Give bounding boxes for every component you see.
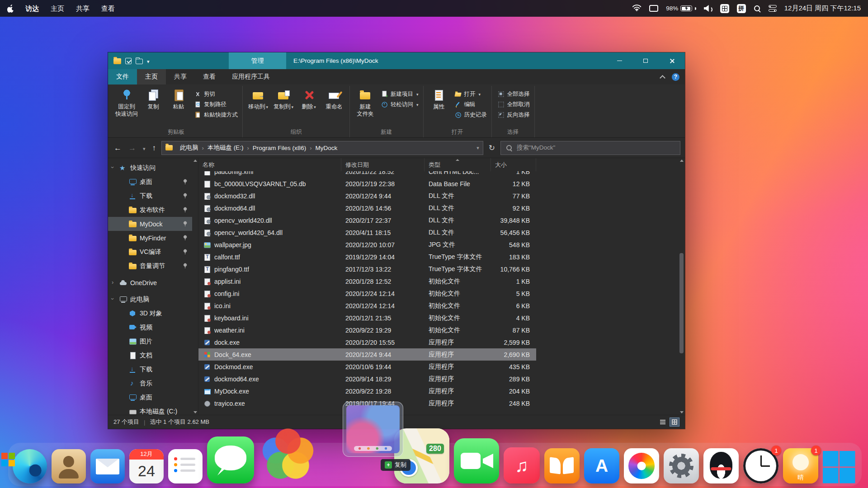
sidebar-scroll-up-icon[interactable] — [193, 160, 197, 162]
qat-properties-icon[interactable] — [125, 58, 132, 64]
dock-books[interactable] — [544, 448, 580, 483]
sidebar-item-音量调节[interactable]: 音量调节 — [108, 259, 192, 273]
sidebar-item-发布软件[interactable]: 发布软件 — [108, 203, 192, 217]
ribbon-button[interactable]: 轻松访问▾ — [379, 100, 420, 109]
column-header-名称[interactable]: 名称 — [198, 158, 341, 171]
forward-button[interactable] — [127, 143, 137, 153]
up-button[interactable] — [151, 143, 158, 153]
dock-edge[interactable] — [13, 449, 47, 483]
dock-facetime[interactable] — [454, 438, 499, 483]
dock-messages[interactable] — [207, 436, 254, 483]
dock-photos[interactable] — [624, 448, 659, 483]
menu-1[interactable]: 访达 — [19, 5, 45, 12]
apple-logo-icon[interactable] — [7, 4, 15, 13]
ribbon-button[interactable]: 剪切 — [193, 90, 239, 99]
file-row-Dockmod.exe[interactable]: Dockmod.exe2020/10/6 19:44应用程序435 KB — [198, 361, 536, 373]
ribbon-tab[interactable]: 共享 — [166, 69, 195, 84]
title-bar[interactable]: 管理 E:\Program Files (x86)\MyDock — [108, 52, 685, 69]
file-row-Dock_64.exe[interactable]: Dock_64.exe2020/12/24 9:44应用程序2,690 KB — [198, 348, 536, 361]
ribbon-tab[interactable]: 文件 — [108, 69, 137, 84]
recent-locations-chevron-icon[interactable] — [142, 143, 147, 153]
search-box[interactable]: 搜索"MyDock" — [500, 141, 680, 155]
file-row-calfont.ttf[interactable]: calfont.ttf2019/12/29 14:04TrueType 字体文件… — [198, 251, 536, 263]
dock-windows[interactable] — [823, 451, 855, 483]
sidebar-item-下载[interactable]: 下载 — [108, 362, 192, 376]
ribbon-tab[interactable]: 应用程序工具 — [224, 69, 278, 84]
file-row-opencv_world420_64.dll[interactable]: opencv_world420_64.dll2020/4/11 18:15DLL… — [198, 226, 536, 239]
ribbon-button[interactable]: 历史记录 — [453, 111, 488, 119]
ribbon-button[interactable]: 复制路径 — [193, 100, 239, 109]
collapse-ribbon-icon[interactable] — [660, 75, 665, 81]
dock-calendar[interactable]: 12月24 — [129, 449, 164, 483]
sidebar-item-文档[interactable]: 文档 — [108, 348, 192, 362]
sidebar-item-桌面[interactable]: 桌面 — [108, 175, 192, 189]
wifi-icon[interactable] — [632, 4, 642, 13]
list-scroll-thumb[interactable] — [679, 253, 684, 353]
expander-chevron-icon[interactable] — [112, 279, 116, 286]
dock-weather[interactable]: 晴1 — [783, 448, 818, 483]
file-row-dockmod32.dll[interactable]: dockmod32.dll2020/12/24 9:44DLL 文件77 KB — [198, 190, 536, 202]
dock-mail[interactable] — [90, 449, 125, 483]
sidebar-item-下载[interactable]: 下载 — [108, 189, 192, 203]
sidebar-scrollbar[interactable] — [192, 158, 198, 415]
close-button[interactable] — [659, 52, 685, 69]
minimize-button[interactable] — [606, 52, 632, 69]
volume-icon[interactable] — [704, 5, 712, 12]
file-row-dockmod64.exe[interactable]: dockmod64.exe2020/9/14 18:29应用程序289 KB — [198, 373, 536, 385]
dock-music[interactable]: ♫ — [504, 447, 540, 483]
ribbon-button[interactable]: 粘贴 — [166, 86, 191, 128]
start-button[interactable] — [1, 453, 15, 466]
file-row-dock.exe[interactable]: dock.exe2020/12/20 15:55应用程序2,599 KB — [198, 336, 536, 348]
file-row-wallpaper.jpg[interactable]: wallpaper.jpg2020/12/20 10:07JPG 文件548 K… — [198, 239, 536, 251]
breadcrumb-item[interactable]: Program Files (x86) — [249, 145, 310, 151]
list-scroll-up-icon[interactable] — [680, 160, 684, 162]
file-row-bc_00000LVSQV3ARNLT_05.db[interactable]: bc_00000LVSQV3ARNLT_05.db2020/12/19 22:3… — [198, 178, 536, 190]
column-header-大小[interactable]: 大小 — [491, 158, 536, 171]
back-button[interactable] — [113, 143, 123, 153]
ribbon-button[interactable]: 新建 文件夹 — [353, 86, 377, 128]
menu-2[interactable]: 主页 — [45, 5, 70, 12]
breadcrumb-item[interactable]: 本地磁盘 (E:) — [204, 144, 247, 152]
sidebar-scroll-down-icon[interactable] — [193, 411, 197, 413]
file-row-MyDock.exe[interactable]: MyDock.exe2020/9/22 19:28应用程序204 KB — [198, 385, 536, 397]
sidebar-item-视频[interactable]: 视频 — [108, 320, 192, 334]
dock-contacts[interactable] — [52, 449, 86, 483]
ribbon-button[interactable]: 重命名 — [322, 86, 346, 128]
file-row-weather.ini[interactable]: weather.ini2020/9/22 19:29初始化文件87 KB — [198, 324, 536, 336]
file-row-opencv_world420.dll[interactable]: opencv_world420.dll2020/2/17 22:37DLL 文件… — [198, 214, 536, 226]
sidebar-section-快速访问[interactable]: 快速访问 — [108, 161, 192, 175]
ribbon-button[interactable]: 复制 — [141, 86, 165, 128]
maximize-button[interactable] — [632, 52, 659, 69]
column-header-修改日期[interactable]: 修改日期 — [341, 158, 425, 171]
qat-newfolder-icon[interactable] — [136, 59, 143, 64]
sidebar-item-MyFinder[interactable]: MyFinder — [108, 231, 192, 245]
dock-appstore[interactable]: A — [584, 448, 619, 483]
ribbon-button[interactable]: 删除▾ — [297, 86, 321, 128]
sidebar-item-VC编译[interactable]: VC编译 — [108, 245, 192, 259]
dock-reminders[interactable] — [168, 449, 203, 483]
address-dropdown-chevron-icon[interactable] — [476, 145, 479, 151]
sidebar-item-音乐[interactable]: 音乐 — [108, 376, 192, 390]
dock-settings[interactable] — [664, 448, 699, 483]
list-scroll-down-icon[interactable] — [680, 411, 684, 413]
display-icon[interactable] — [649, 5, 658, 12]
ribbon-button[interactable]: 打开▾ — [453, 90, 488, 99]
ribbon-button[interactable]: 全部选择 — [496, 90, 531, 99]
address-bar[interactable]: 此电脑›本地磁盘 (E:)›Program Files (x86)›MyDock — [161, 141, 483, 155]
file-row-keyboard.ini[interactable]: keyboard.ini2020/12/1 21:35初始化文件4 KB — [198, 312, 536, 324]
input-source-icon[interactable] — [720, 4, 729, 13]
file-row-pingfang0.ttf[interactable]: pingfang0.ttf2017/12/3 13:22TrueType 字体文… — [198, 263, 536, 275]
dock-qq[interactable] — [703, 448, 739, 483]
control-center-icon[interactable] — [769, 5, 777, 12]
file-row-dockmod64.dll[interactable]: dockmod64.dll2020/12/6 14:56DLL 文件92 KB — [198, 202, 536, 214]
menu-3[interactable]: 共享 — [70, 5, 95, 12]
pinyin-ime-icon[interactable]: 拼 — [737, 4, 746, 13]
ribbon-button[interactable]: 编辑 — [453, 100, 488, 109]
ribbon-button[interactable]: 复制到▾ — [271, 86, 296, 128]
menubar-datetime[interactable]: 12月24日 周四 下午12:15 — [784, 4, 861, 13]
expander-chevron-icon[interactable] — [112, 296, 116, 302]
ribbon-button[interactable]: 固定到 快速访问 — [113, 86, 140, 128]
sidebar-item-图片[interactable]: 图片 — [108, 334, 192, 348]
sidebar-item-桌面[interactable]: 桌面 — [108, 390, 192, 404]
breadcrumb-item[interactable]: 此电脑 — [176, 144, 202, 152]
